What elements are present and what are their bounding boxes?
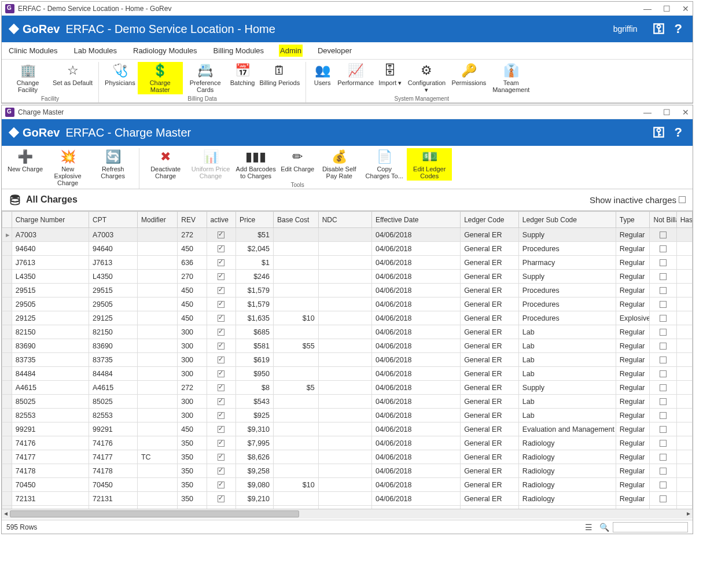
col-active[interactable]: active	[207, 212, 235, 228]
scroll-thumb[interactable]	[10, 510, 299, 517]
maximize-button[interactable]: ☐	[663, 108, 671, 117]
col-type[interactable]: Type	[616, 212, 650, 228]
ribbon-edit-charge[interactable]: ✏Edit Charge	[278, 148, 316, 181]
maximize-button[interactable]: ☐	[663, 4, 671, 13]
ribbon-new-explosive-charge[interactable]: 💥New Explosive Charge	[45, 148, 90, 188]
minimize-button[interactable]: —	[643, 108, 652, 117]
ribbon-deactivate-charge[interactable]: ✖Deactivate Charge	[143, 148, 188, 181]
active-checkbox[interactable]	[218, 245, 224, 252]
ribbon-new-charge[interactable]: ➕New Charge	[5, 148, 45, 188]
active-checkbox[interactable]	[218, 482, 224, 488]
active-checkbox[interactable]	[218, 315, 224, 322]
ribbon-edit-ledger-codes[interactable]: 💵Edit Ledger Codes	[407, 148, 452, 181]
minimize-button[interactable]: —	[643, 4, 652, 13]
keys-icon[interactable]: ⚿	[653, 125, 665, 140]
scroll-left-icon[interactable]: ◂	[2, 509, 10, 519]
tab-billing-modules[interactable]: Billing Modules	[212, 45, 265, 57]
close-button[interactable]: ✕	[682, 108, 689, 117]
not-billable-checkbox[interactable]	[660, 398, 667, 405]
horizontal-scrollbar[interactable]: ◂ ▸	[2, 509, 693, 519]
not-billable-checkbox[interactable]	[660, 301, 667, 308]
col-charge-number[interactable]: Charge Number	[12, 212, 89, 228]
tab-admin[interactable]: Admin	[279, 45, 303, 57]
not-billable-checkbox[interactable]	[660, 245, 667, 252]
table-row[interactable]: 8369083690300$581$5504/06/2018General ER…	[2, 339, 693, 353]
active-checkbox[interactable]	[218, 301, 224, 308]
show-inactive-checkbox[interactable]	[679, 196, 686, 203]
tab-radiology-modules[interactable]: Radiology Modules	[132, 45, 198, 57]
not-billable-checkbox[interactable]	[660, 426, 667, 433]
ribbon-disable-self-pay-rate[interactable]: 💰Disable Self Pay Rate	[316, 148, 362, 181]
ribbon-add-barcodes-to-charges[interactable]: ▮▮▮Add Barcodes to Charges	[233, 148, 278, 181]
list-icon[interactable]: ☰	[585, 523, 592, 532]
table-row[interactable]: 8255382553300$92504/06/2018General ERLab…	[2, 409, 693, 422]
active-checkbox[interactable]	[218, 343, 224, 350]
search-input[interactable]	[613, 522, 688, 532]
ribbon-physicians[interactable]: 🩺Physicians	[102, 62, 138, 94]
col-has[interactable]: Has	[676, 212, 692, 228]
not-billable-checkbox[interactable]	[660, 495, 667, 502]
scroll-right-icon[interactable]: ▸	[684, 509, 693, 519]
active-checkbox[interactable]	[218, 357, 224, 363]
not-billable-checkbox[interactable]	[660, 315, 667, 322]
table-row[interactable]: 2950529505450$1,57904/06/2018General ERP…	[2, 297, 693, 311]
active-checkbox[interactable]	[218, 440, 224, 447]
table-row[interactable]: 7417874178350$9,25804/06/2018General ERR…	[2, 464, 693, 478]
table-row[interactable]: 7213172131350$9,21004/06/2018General ERR…	[2, 492, 693, 506]
active-checkbox[interactable]	[218, 370, 224, 377]
table-row[interactable]: 9464094640450$2,04504/06/2018General ERP…	[2, 242, 693, 256]
ribbon-charge-master[interactable]: 💲Charge Master	[138, 62, 183, 94]
not-billable-checkbox[interactable]	[660, 468, 667, 475]
col-modifier[interactable]: Modifier	[137, 212, 177, 228]
not-billable-checkbox[interactable]	[660, 287, 667, 294]
ribbon-users[interactable]: 👥Users	[310, 62, 335, 94]
not-billable-checkbox[interactable]	[660, 273, 667, 280]
ribbon-preference-cards[interactable]: 📇Preference Cards	[183, 62, 228, 94]
active-checkbox[interactable]	[218, 287, 224, 294]
tab-clinic-modules[interactable]: Clinic Modules	[8, 45, 59, 57]
table-row[interactable]: 8373583735300$61904/06/2018General ERLab…	[2, 353, 693, 367]
not-billable-checkbox[interactable]	[660, 259, 667, 266]
table-row[interactable]: 8502585025300$54304/06/2018General ERLab…	[2, 395, 693, 409]
ribbon-change-facility[interactable]: 🏢Change Facility	[5, 62, 50, 94]
table-row[interactable]: L4350L4350270$24604/06/2018General ERSup…	[2, 270, 693, 284]
active-checkbox[interactable]	[218, 329, 224, 336]
help-icon[interactable]: ?	[675, 125, 682, 140]
close-button[interactable]: ✕	[682, 4, 689, 13]
ribbon-performance[interactable]: 📈Performance	[335, 62, 376, 94]
not-billable-checkbox[interactable]	[660, 343, 667, 350]
col-ledger-code[interactable]: Ledger Code	[461, 212, 519, 228]
not-billable-checkbox[interactable]	[660, 370, 667, 377]
tab-developer[interactable]: Developer	[316, 45, 353, 57]
help-icon[interactable]: ?	[675, 21, 682, 36]
col-effective-date[interactable]: Effective Date	[371, 212, 460, 228]
table-row[interactable]: 7417774177TC350$8,62604/06/2018General E…	[2, 450, 693, 464]
col-ledger-sub-code[interactable]: Ledger Sub Code	[518, 212, 616, 228]
not-billable-checkbox[interactable]	[660, 440, 667, 447]
table-row[interactable]: 2912529125450$1,635$1004/06/2018General …	[2, 311, 693, 325]
ribbon-team-management[interactable]: 👔Team Management	[488, 62, 533, 94]
col-not-billable[interactable]: Not Billable	[650, 212, 676, 228]
ribbon-billing-periods[interactable]: 🗓Billing Periods	[257, 62, 302, 94]
active-checkbox[interactable]	[218, 273, 224, 280]
active-checkbox[interactable]	[218, 454, 224, 461]
table-row[interactable]: A4615A4615272$8$504/06/2018General ERSup…	[2, 381, 693, 395]
show-inactive-label[interactable]: Show inactive charges	[590, 195, 686, 205]
not-billable-checkbox[interactable]	[660, 482, 667, 488]
not-billable-checkbox[interactable]	[660, 357, 667, 363]
table-row[interactable]: 8215082150300$68504/06/2018General ERLab…	[2, 325, 693, 339]
col-rev[interactable]: REV	[178, 212, 207, 228]
table-row[interactable]: 9929199291450$9,31004/06/2018General ERE…	[2, 422, 693, 436]
keys-icon[interactable]: ⚿	[653, 21, 665, 36]
active-checkbox[interactable]	[218, 468, 224, 475]
table-row[interactable]: J7613J7613636$104/06/2018General ERPharm…	[2, 256, 693, 270]
not-billable-checkbox[interactable]	[660, 454, 667, 461]
active-checkbox[interactable]	[218, 495, 224, 502]
table-row[interactable]: 7417674176350$7,99504/06/2018General ERR…	[2, 436, 693, 450]
tab-lab-modules[interactable]: Lab Modules	[73, 45, 118, 57]
ribbon-batching[interactable]: 📅Batching	[228, 62, 257, 94]
active-checkbox[interactable]	[218, 412, 224, 419]
not-billable-checkbox[interactable]	[660, 384, 667, 391]
ribbon-permissions[interactable]: 🔑Permissions	[449, 62, 488, 94]
table-row[interactable]: 7045070450350$9,080$1004/06/2018General …	[2, 478, 693, 492]
